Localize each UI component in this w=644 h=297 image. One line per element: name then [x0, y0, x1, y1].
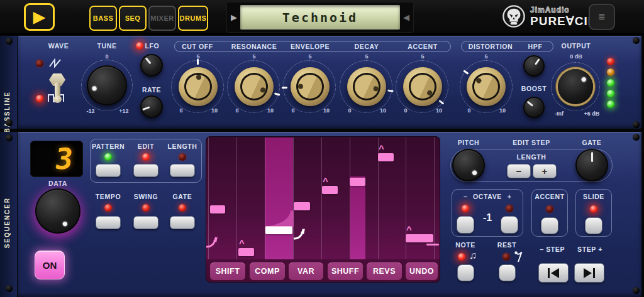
preset-prev-icon[interactable]: ▶ [231, 2, 237, 33]
data-knob[interactable] [35, 188, 80, 234]
play-button[interactable]: ▶ [24, 3, 55, 31]
screw-icon [6, 285, 13, 292]
screw-icon [633, 121, 640, 128]
grid-undo-button[interactable]: UNDO [406, 262, 438, 280]
rate-knob[interactable] [140, 95, 163, 118]
tune-tick-0: 0 [94, 53, 119, 60]
grid-shift-button[interactable]: SHIFT [210, 262, 245, 280]
decay-tick-min: 0 [337, 107, 362, 114]
wave-toggle-tip[interactable] [53, 95, 62, 103]
dist-tick-max: 10 [490, 107, 515, 114]
length-minus-button[interactable]: − [507, 164, 531, 178]
gate-param-button[interactable] [170, 216, 195, 229]
step-note-7[interactable] [378, 153, 394, 161]
decay-tick-top: 5 [354, 53, 379, 60]
tab-bass-label: BASS [93, 14, 114, 22]
hpf-knob[interactable] [523, 55, 545, 77]
accent-label: ACCENT [397, 43, 448, 50]
sequencer-on-button[interactable]: ON [35, 251, 65, 279]
grid-shuff-button[interactable]: SHUFF [328, 262, 363, 280]
decay-knob[interactable] [347, 67, 386, 106]
active-step-highlight [350, 176, 365, 259]
distortion-knob[interactable] [467, 67, 506, 106]
output-tick-max: +6 dB [579, 111, 604, 117]
accent-mark-icon: ^ [406, 225, 412, 234]
step-note-5[interactable] [322, 186, 338, 194]
tempo-button[interactable] [96, 216, 121, 229]
wave-label: WAVE [33, 42, 84, 50]
step-note-2[interactable] [238, 248, 254, 256]
gate-knob[interactable] [575, 149, 608, 181]
accent-knob[interactable] [403, 67, 442, 106]
resonance-tick-top: 5 [242, 53, 267, 60]
resonance-tick-max: 10 [258, 107, 283, 114]
screw-icon [633, 287, 640, 294]
menu-button[interactable]: ≡ [589, 4, 615, 30]
grid-revs-button[interactable]: REVS [367, 262, 402, 280]
screw-icon [633, 37, 640, 44]
grid-column-line [321, 138, 322, 259]
cutoff-knob[interactable] [179, 67, 218, 106]
accent-led [546, 205, 553, 213]
envelope-knob[interactable] [291, 67, 330, 106]
accent-tick-max: 10 [426, 107, 452, 114]
preset-name-display[interactable]: Technoid [240, 5, 400, 30]
slide-led [590, 205, 597, 213]
decay-label: DECAY [341, 43, 392, 50]
octave-up-button[interactable] [501, 216, 518, 234]
step-note-8[interactable] [406, 234, 433, 242]
tab-seq[interactable]: SEQ [119, 6, 147, 31]
envelope-tick-top: 5 [297, 53, 323, 60]
step-note-4[interactable] [294, 202, 310, 210]
preset-next-icon[interactable]: ◀ [403, 2, 409, 33]
play-icon: ▶ [33, 8, 45, 26]
cutoff-label: CUT OFF [172, 43, 223, 50]
lfo-knob[interactable] [140, 54, 163, 77]
rate-label: RATE [126, 86, 177, 94]
data-label: DATA [33, 180, 83, 187]
step-forward-button[interactable] [574, 263, 604, 283]
accent-mark-icon: ^ [323, 176, 328, 186]
boost-knob[interactable] [523, 97, 545, 118]
step-note-6[interactable] [350, 178, 365, 186]
slide-button[interactable] [585, 217, 602, 234]
gate-knob-label: GATE [567, 139, 617, 146]
rest-button[interactable] [499, 264, 516, 281]
step-note-1[interactable] [210, 205, 225, 213]
octave-up-led [506, 205, 513, 212]
accent-button[interactable] [541, 217, 558, 234]
meter-led-red [607, 58, 614, 65]
swing-button[interactable] [133, 216, 158, 229]
step-note-3[interactable] [265, 226, 292, 234]
length-button[interactable] [170, 164, 195, 177]
pattern-button[interactable] [96, 164, 121, 177]
saw-wave-icon [48, 58, 64, 68]
hamburger-icon: ≡ [598, 11, 605, 24]
grid-var-button[interactable]: VAR [289, 262, 323, 280]
grid-column-line [434, 138, 435, 259]
grid-column-line [236, 138, 237, 259]
pitch-knob[interactable] [452, 149, 485, 181]
lfo-label: LFO [140, 42, 165, 50]
tab-mixer[interactable]: MIXER [148, 6, 176, 31]
step-back-button[interactable] [538, 263, 569, 283]
on-button-label: ON [43, 260, 57, 271]
resonance-knob[interactable] [235, 67, 274, 106]
note-led [458, 253, 465, 261]
edit-button[interactable] [133, 164, 158, 177]
output-knob[interactable] [558, 69, 593, 104]
output-tick-0db: 0 dB [564, 53, 589, 60]
step-grid[interactable]: ^ ^^^SHIFTCOMPVARSHUFFREVSUNDO [206, 136, 440, 283]
octave-down-button[interactable] [457, 216, 474, 234]
length-plus-button[interactable]: + [533, 164, 557, 178]
sequencer-rack-ear: SEQUENCER [0, 132, 17, 297]
distortion-label: DISTORTION [465, 43, 516, 50]
active-step-highlight [265, 138, 293, 259]
tie-mark [426, 244, 439, 246]
note-button[interactable] [457, 264, 474, 281]
tab-drums[interactable]: DRUMS [178, 6, 208, 31]
tab-bass[interactable]: BASS [89, 6, 117, 31]
tune-knob[interactable] [87, 65, 127, 105]
pattern-number: 3 [53, 142, 75, 176]
grid-comp-button[interactable]: COMP [250, 262, 285, 280]
